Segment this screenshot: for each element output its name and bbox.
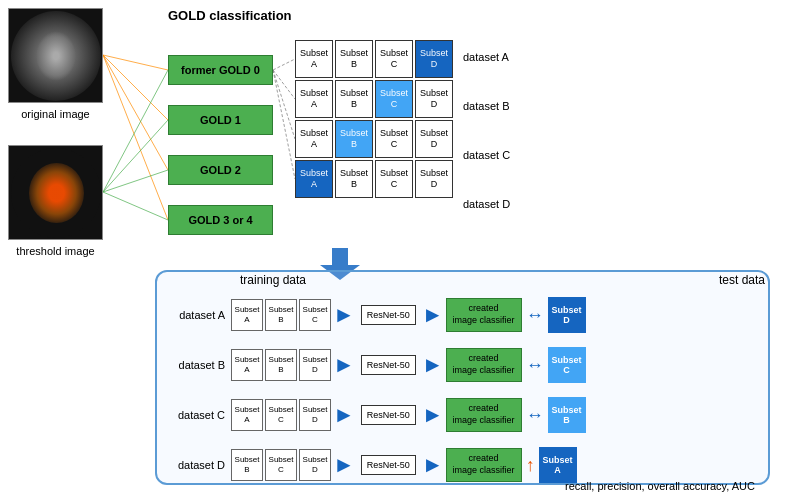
ds-label-a: dataset A: [163, 309, 231, 321]
subset-mini-a: SubsetA SubsetB SubsetC: [231, 299, 331, 331]
subset-row-b: SubsetA SubsetB SubsetC SubsetD: [295, 80, 455, 118]
gold-box-0: former GOLD 0: [168, 55, 273, 85]
mini-cell-d-b: SubsetB: [231, 449, 263, 481]
classifier-c: createdimage classifier: [446, 398, 522, 431]
arrow-right-d2: ►: [422, 452, 444, 478]
classifier-b: createdimage classifier: [446, 348, 522, 381]
double-arrow-b: ↔: [526, 355, 544, 376]
subset-d-c: SubsetC: [375, 160, 413, 198]
subset-mini-b: SubsetA SubsetB SubsetD: [231, 349, 331, 381]
subset-b-b: SubsetB: [335, 80, 373, 118]
subset-c-b: SubsetB: [335, 120, 373, 158]
subset-b-a: SubsetA: [295, 80, 333, 118]
threshold-image-label: threshold image: [8, 245, 103, 257]
arrow-right-b: ►: [333, 352, 355, 378]
svg-line-4: [103, 70, 168, 192]
threshold-scan-visual: [11, 148, 101, 238]
mini-cell-b-b: SubsetB: [265, 349, 297, 381]
subset-c-d: SubsetD: [415, 120, 453, 158]
test-label: test data: [719, 273, 765, 287]
test-subset-a: SubsetD: [548, 297, 586, 333]
mini-cell-a-c: SubsetC: [299, 299, 331, 331]
dataset-label-d-top: dataset D: [463, 198, 510, 210]
mini-cell-a-b: SubsetB: [265, 299, 297, 331]
svg-line-5: [103, 120, 168, 192]
subset-c-c: SubsetC: [375, 120, 413, 158]
double-arrow-d: ↑: [526, 455, 535, 476]
dataset-label-c-top: dataset C: [463, 149, 510, 161]
bottom-rows-container: dataset A SubsetA SubsetB SubsetC ► ResN…: [163, 293, 763, 493]
mini-cell-c-d: SubsetD: [299, 399, 331, 431]
training-label: training data: [240, 273, 306, 287]
svg-line-8: [273, 59, 295, 70]
double-arrow-c: ↔: [526, 405, 544, 426]
subset-b-c: SubsetC: [375, 80, 413, 118]
subset-a0-c: SubsetC: [375, 40, 413, 78]
resnet-d: ResNet-50: [361, 455, 416, 475]
resnet-b: ResNet-50: [361, 355, 416, 375]
original-image: [8, 8, 103, 103]
svg-line-2: [103, 55, 168, 170]
ds-label-d: dataset D: [163, 459, 231, 471]
gold-box-34: GOLD 3 or 4: [168, 205, 273, 235]
subset-row-a: SubsetA SubsetB SubsetC SubsetD: [295, 40, 455, 78]
subset-d-d: SubsetD: [415, 160, 453, 198]
test-subset-d: SubsetA: [539, 447, 577, 483]
dataset-label-a-top: dataset A: [463, 51, 509, 63]
gold-box-1: GOLD 1: [168, 105, 273, 135]
gold-classification-title: GOLD classification: [168, 8, 292, 23]
classifier-a: createdimage classifier: [446, 298, 522, 331]
subset-a0-b: SubsetB: [335, 40, 373, 78]
mini-cell-b-d: SubsetD: [299, 349, 331, 381]
mini-cell-c-a: SubsetA: [231, 399, 263, 431]
test-subset-c: SubsetB: [548, 397, 586, 433]
test-subset-b: SubsetC: [548, 347, 586, 383]
bottom-row-b: dataset B SubsetA SubsetB SubsetD ► ResN…: [163, 343, 763, 387]
original-image-label: original image: [8, 108, 103, 120]
subset-a0-a: SubsetA: [295, 40, 333, 78]
metrics-label: recall, precision, overall accuracy, AUC: [565, 480, 755, 492]
resnet-c: ResNet-50: [361, 405, 416, 425]
arrow-right-d: ►: [333, 452, 355, 478]
subset-b-d: SubsetD: [415, 80, 453, 118]
gold-box-2: GOLD 2: [168, 155, 273, 185]
subset-mini-c: SubsetA SubsetC SubsetD: [231, 399, 331, 431]
subset-a0-d: SubsetD: [415, 40, 453, 78]
arrow-right-c2: ►: [422, 402, 444, 428]
bottom-row-c: dataset C SubsetA SubsetC SubsetD ► ResN…: [163, 393, 763, 437]
resnet-a: ResNet-50: [361, 305, 416, 325]
mini-cell-d-c: SubsetC: [265, 449, 297, 481]
svg-line-7: [103, 192, 168, 220]
subset-c-a: SubsetA: [295, 120, 333, 158]
subset-grid-top: SubsetA SubsetB SubsetC SubsetD SubsetA …: [295, 40, 455, 200]
svg-line-10: [273, 70, 295, 139]
ds-label-b: dataset B: [163, 359, 231, 371]
arrow-right-c: ►: [333, 402, 355, 428]
svg-line-9: [273, 70, 295, 99]
subset-d-b: SubsetB: [335, 160, 373, 198]
subset-row-c: SubsetA SubsetB SubsetC SubsetD: [295, 120, 455, 158]
mini-cell-a-a: SubsetA: [231, 299, 263, 331]
svg-line-11: [273, 70, 295, 179]
mini-cell-d-d: SubsetD: [299, 449, 331, 481]
mini-cell-c-c: SubsetC: [265, 399, 297, 431]
subset-mini-d: SubsetB SubsetC SubsetD: [231, 449, 331, 481]
mini-cell-b-a: SubsetA: [231, 349, 263, 381]
arrow-right-a2: ►: [422, 302, 444, 328]
subset-row-d: SubsetA SubsetB SubsetC SubsetD: [295, 160, 455, 198]
subset-d-a: SubsetA: [295, 160, 333, 198]
svg-line-6: [103, 170, 168, 192]
svg-line-0: [103, 55, 168, 70]
classifier-d: createdimage classifier: [446, 448, 522, 481]
double-arrow-a: ↔: [526, 305, 544, 326]
svg-line-1: [103, 55, 168, 120]
arrow-right-a: ►: [333, 302, 355, 328]
dataset-label-b-top: dataset B: [463, 100, 509, 112]
diagram-container: original image threshold image GOLD clas…: [0, 0, 785, 500]
ct-scan-visual: [11, 11, 101, 101]
svg-line-3: [103, 55, 168, 220]
ds-label-c: dataset C: [163, 409, 231, 421]
bottom-row-a: dataset A SubsetA SubsetB SubsetC ► ResN…: [163, 293, 763, 337]
arrow-right-b2: ►: [422, 352, 444, 378]
threshold-image: [8, 145, 103, 240]
